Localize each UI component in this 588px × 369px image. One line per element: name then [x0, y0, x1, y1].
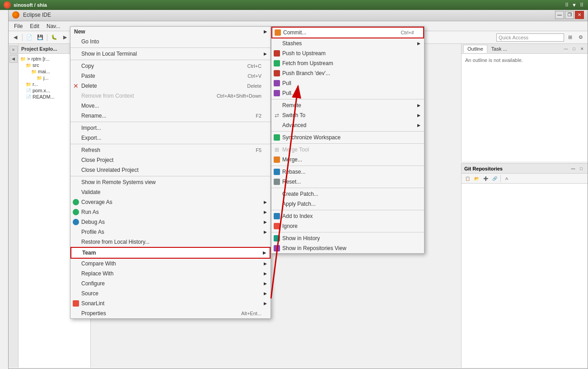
ctx-item-delete[interactable]: ✕ Delete Delete: [70, 81, 271, 91]
ctx-item-properties[interactable]: Properties Alt+Ent...: [70, 308, 271, 318]
ctx-item-show-history[interactable]: Show in History: [271, 233, 424, 243]
close-button[interactable]: ✕: [575, 11, 584, 19]
menu-file[interactable]: File: [10, 22, 26, 30]
git-toolbar-btn-4[interactable]: 🔗: [490, 175, 499, 183]
context-menu-left: New Go Into Show in Local Terminal Copy …: [70, 26, 271, 319]
show-history-icon: [273, 235, 280, 242]
git-panel-header: Git Repositories — □: [462, 164, 588, 174]
ctx-item-close-project[interactable]: Close Project: [70, 155, 271, 165]
ctx-item-validate[interactable]: Validate: [70, 187, 271, 197]
reset-icon: [273, 178, 280, 185]
ctx-item-restore[interactable]: Restore from Local History...: [70, 237, 271, 247]
switch-to-icon: ⇄: [273, 112, 280, 119]
toolbar-back[interactable]: ◀: [10, 33, 20, 43]
outline-min[interactable]: —: [562, 45, 569, 52]
side-icon-1[interactable]: ≡: [9, 46, 18, 54]
side-icons: ≡ ◀: [9, 44, 19, 368]
ctx-item-replace[interactable]: Replace With: [70, 269, 271, 279]
ctx-item-apply-patch[interactable]: Apply Patch...: [271, 199, 424, 209]
ctx-item-switch-to[interactable]: ⇄ Switch To: [271, 110, 424, 120]
ctx-item-show-repositories[interactable]: Show in Repositories View: [271, 243, 424, 253]
ctx-item-move[interactable]: Move...: [70, 101, 271, 111]
ctx-label-coverage: Coverage As: [81, 199, 112, 205]
ctx-label-add-index: Add to Index: [282, 213, 313, 219]
ctx-item-synchronize[interactable]: Synchronize Workspace: [271, 132, 424, 142]
ctx-shortcut-copy: Ctrl+C: [247, 63, 261, 69]
menu-navigate[interactable]: Nav...: [43, 22, 64, 30]
ctx-item-rebase[interactable]: Rebase...: [271, 167, 424, 177]
outline-tabs: Outline Task ... — □ ✕: [462, 44, 588, 54]
git-min[interactable]: —: [569, 165, 577, 172]
ctx-item-push-upstream[interactable]: Push to Upstream: [271, 48, 424, 58]
ctx-sep-2: [70, 60, 271, 60]
merge-icon: [273, 156, 280, 163]
menu-edit[interactable]: Edit: [26, 22, 43, 30]
ctx-label-close-unrelated: Close Unrelated Project: [81, 167, 139, 173]
ctx-item-merge[interactable]: Merge...: [271, 155, 424, 165]
git-toolbar-btn-5[interactable]: A: [503, 175, 511, 183]
ctx-label-rebase: Rebase...: [282, 169, 305, 175]
toolbar-perspectives[interactable]: ⊞: [565, 33, 575, 43]
quick-access-field[interactable]: Quick Access: [496, 33, 564, 42]
toolbar-save[interactable]: 💾: [35, 33, 45, 43]
ctx-item-show-local[interactable]: Show in Local Terminal: [70, 49, 271, 59]
ctx-item-configure[interactable]: Configure: [70, 279, 271, 289]
tree-icon-readme: 📄: [26, 95, 31, 99]
ctx-item-source[interactable]: Source: [70, 289, 271, 298]
ctx-item-run[interactable]: Run As: [70, 207, 271, 217]
ctx-item-coverage[interactable]: Coverage As: [70, 197, 271, 207]
ctx-item-go-into[interactable]: Go Into: [70, 37, 271, 47]
window-controls: — ❐ ✕: [555, 11, 584, 19]
ctx-item-copy[interactable]: Copy Ctrl+C: [70, 61, 271, 71]
ctx-item-reset[interactable]: Reset...: [271, 177, 424, 187]
ctx-shortcut-paste: Ctrl+V: [247, 73, 261, 79]
ctx-item-team[interactable]: Team: [70, 247, 271, 259]
ctx-item-compare[interactable]: Compare With: [70, 259, 271, 269]
git-max[interactable]: □: [578, 165, 585, 172]
ctx-item-pull[interactable]: Pull: [271, 78, 424, 88]
ctx-item-refresh[interactable]: Refresh F5: [70, 145, 271, 155]
ctx-item-advanced[interactable]: Advanced: [271, 120, 424, 130]
toolbar-debug[interactable]: 🐛: [49, 33, 59, 43]
git-toolbar-btn-2[interactable]: 📂: [472, 175, 481, 183]
ctx-item-add-index[interactable]: Add to Index: [271, 211, 424, 221]
ctx-item-new[interactable]: New: [70, 27, 271, 37]
tree-icon-java: 📁: [37, 76, 42, 80]
ctx-item-import[interactable]: Import...: [70, 123, 271, 133]
toolbar-settings[interactable]: ⚙: [576, 33, 586, 43]
ctx-item-push-branch[interactable]: Push Branch 'dev'...: [271, 68, 424, 78]
ctx-item-pull-dots[interactable]: Pull...: [271, 88, 424, 98]
toolbar-new[interactable]: 📄: [24, 33, 34, 43]
ctx-item-stashes[interactable]: Stashes: [271, 38, 424, 48]
outline-max[interactable]: □: [570, 45, 578, 52]
toolbar-run[interactable]: ▶: [60, 33, 70, 43]
ctx-item-debug[interactable]: Debug As: [70, 217, 271, 227]
ctx-item-show-remote[interactable]: Show in Remote Systems view: [70, 177, 271, 187]
ctx-right-sep-5: [271, 188, 424, 188]
ctx-label-restore: Restore from Local History...: [81, 239, 149, 245]
ctx-item-commit[interactable]: Commit... Ctrl+#: [271, 27, 424, 38]
ctx-item-fetch-upstream[interactable]: Fetch from Upstream: [271, 58, 424, 68]
tab-outline[interactable]: Outline: [463, 45, 487, 53]
ctx-label-push-branch: Push Branch 'dev'...: [282, 70, 330, 76]
side-icon-2[interactable]: ◀: [9, 55, 18, 63]
ctx-right-sep-1: [271, 99, 424, 99]
ctx-item-sonarlint[interactable]: SonarLint: [70, 298, 271, 308]
ctx-item-export[interactable]: Export...: [70, 133, 271, 143]
restore-button[interactable]: ❐: [565, 11, 574, 19]
ctx-item-profile[interactable]: Profile As: [70, 227, 271, 237]
tree-label-src: src: [33, 62, 39, 68]
outline-panel: Outline Task ... — □ ✕ An outline is not…: [461, 44, 588, 161]
ctx-item-create-patch[interactable]: Create Patch...: [271, 189, 424, 199]
minimize-button[interactable]: —: [555, 11, 564, 19]
ctx-label-reset: Reset...: [282, 179, 301, 185]
tab-task[interactable]: Task ...: [487, 45, 511, 53]
outline-close[interactable]: ✕: [579, 45, 586, 52]
ctx-item-remote[interactable]: Remote: [271, 100, 424, 110]
ctx-item-paste[interactable]: Paste Ctrl+V: [70, 71, 271, 81]
ctx-item-ignore[interactable]: Ignore: [271, 221, 424, 231]
git-toolbar-btn-3[interactable]: ➕: [481, 175, 490, 183]
git-toolbar-btn-1[interactable]: 📋: [463, 175, 471, 183]
ctx-item-close-unrelated[interactable]: Close Unrelated Project: [70, 165, 271, 175]
ctx-item-rename[interactable]: Rename... F2: [70, 111, 271, 121]
